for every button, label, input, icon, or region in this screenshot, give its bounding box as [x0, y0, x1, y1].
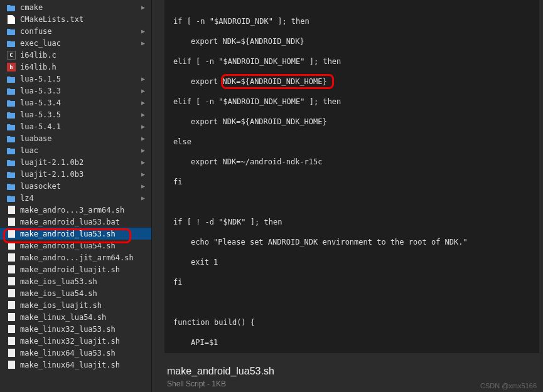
- folder-icon: [6, 181, 16, 191]
- chevron-right-icon: ▶: [141, 194, 145, 201]
- chevron-right-icon: ▶: [141, 28, 145, 34]
- chevron-right-icon: ▶: [141, 171, 145, 177]
- file-tree-sidebar[interactable]: cmake▶CMakeLists.txtconfuse▶exec_luac▶Ci…: [0, 0, 152, 392]
- folder-item[interactable]: cmake▶: [0, 1, 151, 13]
- item-label: lua-5.4.1: [20, 122, 61, 131]
- item-label: i64lib.c: [20, 51, 56, 60]
- folder-icon: [6, 134, 16, 144]
- file-sh-icon: [6, 324, 16, 334]
- file-sh-icon: [6, 217, 16, 227]
- code-line: export NDK=${ANDROID_NDK}: [173, 36, 530, 46]
- folder-item[interactable]: lua-5.3.5▶: [0, 109, 151, 120]
- code-line: else: [173, 137, 530, 147]
- folder-item[interactable]: luasocket▶: [0, 180, 151, 192]
- item-label: confuse: [20, 27, 52, 36]
- folder-item[interactable]: lua-5.3.3▶: [0, 85, 151, 97]
- file-sh-icon: [6, 300, 16, 310]
- item-label: make_ios_lua54.sh: [20, 289, 97, 298]
- chevron-right-icon: ▶: [141, 99, 145, 106]
- folder-icon: [6, 110, 16, 120]
- item-label: lua-5.3.5: [20, 110, 61, 119]
- file-sh-icon: [6, 253, 16, 263]
- folder-icon: [6, 26, 16, 36]
- folder-icon: [6, 146, 16, 156]
- folder-icon: [6, 74, 16, 84]
- file-item[interactable]: make_andro...jit_arm64.sh: [0, 252, 151, 263]
- item-label: make_andro...3_arm64.sh: [20, 206, 124, 215]
- chevron-right-icon: ▶: [141, 123, 145, 130]
- code-line: exit 1: [173, 257, 530, 267]
- file-sh-icon: [6, 205, 16, 215]
- folder-item[interactable]: confuse▶: [0, 25, 151, 37]
- file-item[interactable]: make_android_lua53.sh: [0, 228, 151, 240]
- chevron-right-icon: ▶: [141, 159, 145, 166]
- file-item[interactable]: make_ios_lua53.sh: [0, 275, 151, 287]
- item-label: make_android_luajit.sh: [20, 265, 120, 274]
- file-item[interactable]: make_linux64_luajit.sh: [0, 359, 151, 371]
- file-item[interactable]: make_ios_luajit.sh: [0, 299, 151, 311]
- file-item[interactable]: CMakeLists.txt: [0, 13, 151, 25]
- file-item[interactable]: Ci64lib.c: [0, 49, 151, 61]
- item-label: make_android_lua54.sh: [20, 241, 116, 250]
- code-line: if [ -n "$ANDROID_NDK" ]; then: [173, 16, 530, 26]
- file-sh-icon: [6, 265, 16, 275]
- file-item[interactable]: make_linux32_luajit.sh: [0, 335, 151, 347]
- chevron-right-icon: ▶: [141, 40, 145, 46]
- file-item[interactable]: hi64lib.h: [0, 61, 151, 73]
- folder-item[interactable]: lua-5.4.1▶: [0, 120, 151, 132]
- code-line: elif [ -n "$ANDROID_NDK_HOME" ]; then: [173, 97, 530, 107]
- item-label: luasocket: [20, 182, 61, 191]
- code-line: elif [ -n "$ANDROID_NDK_HOME" ]; then: [173, 56, 530, 66]
- file-sh-icon: [6, 360, 16, 370]
- item-label: make_linux64_lua53.sh: [20, 349, 116, 358]
- item-label: make_linux_lua54.sh: [20, 313, 106, 322]
- folder-item[interactable]: luabase▶: [0, 132, 151, 144]
- folder-item[interactable]: exec_luac▶: [0, 37, 151, 49]
- item-label: make_andro...jit_arm64.sh: [20, 253, 134, 262]
- file-sh-icon: [6, 277, 16, 287]
- file-item[interactable]: make_andro...3_arm64.sh: [0, 204, 151, 216]
- file-sh-icon: [6, 229, 16, 239]
- file-sh-icon: [6, 241, 16, 251]
- item-label: make_linux64_luajit.sh: [20, 361, 120, 369]
- code-viewer[interactable]: if [ -n "$ANDROID_NDK" ]; then export ND…: [164, 0, 539, 353]
- item-label: i64lib.h: [20, 63, 56, 72]
- item-label: make_android_lua53.sh: [20, 230, 116, 238]
- file-item[interactable]: make_android_lua53.bat: [0, 216, 151, 228]
- folder-item[interactable]: luac▶: [0, 144, 151, 156]
- file-item[interactable]: make_ios_lua54.sh: [0, 287, 151, 299]
- code-blank: [173, 297, 530, 307]
- folder-icon: [6, 3, 16, 13]
- file-item[interactable]: make_linux_lua54.sh: [0, 311, 151, 323]
- folder-item[interactable]: lz4▶: [0, 192, 151, 204]
- folder-item[interactable]: luajit-2.1.0b2▶: [0, 156, 151, 168]
- folder-item[interactable]: luajit-2.1.0b3▶: [0, 168, 151, 180]
- folder-icon: [6, 169, 16, 179]
- file-item[interactable]: make_linux32_lua53.sh: [0, 323, 151, 335]
- item-label: lz4: [20, 194, 34, 203]
- folder-item[interactable]: lua-5.3.4▶: [0, 97, 151, 109]
- code-line: echo "Please set ANDROID_NDK environment…: [173, 237, 530, 247]
- chevron-right-icon: ▶: [141, 4, 145, 11]
- item-label: luajit-2.1.0b2: [20, 158, 83, 167]
- folder-icon: [6, 122, 16, 132]
- code-line: function build() {: [173, 317, 530, 327]
- file-item[interactable]: make_android_lua54.sh: [0, 240, 151, 252]
- file-sh-icon: [6, 289, 16, 299]
- chevron-right-icon: ▶: [141, 183, 145, 189]
- file-item[interactable]: make_android_luajit.sh: [0, 263, 151, 275]
- file-c-icon: C: [6, 50, 16, 60]
- chevron-right-icon: ▶: [141, 147, 145, 154]
- chevron-right-icon: ▶: [141, 111, 145, 118]
- folder-icon: [6, 86, 16, 96]
- folder-icon: [6, 38, 16, 48]
- file-sh-icon: [6, 312, 16, 322]
- code-blank: [173, 197, 530, 207]
- item-label: exec_luac: [20, 39, 61, 48]
- folder-icon: [6, 98, 16, 108]
- folder-item[interactable]: lua-5.1.5▶: [0, 73, 151, 85]
- code-line: fi: [173, 277, 530, 287]
- file-item[interactable]: make_linux64_lua53.sh: [0, 347, 151, 359]
- file-sh-icon: [6, 348, 16, 358]
- item-label: make_ios_lua53.sh: [20, 277, 97, 286]
